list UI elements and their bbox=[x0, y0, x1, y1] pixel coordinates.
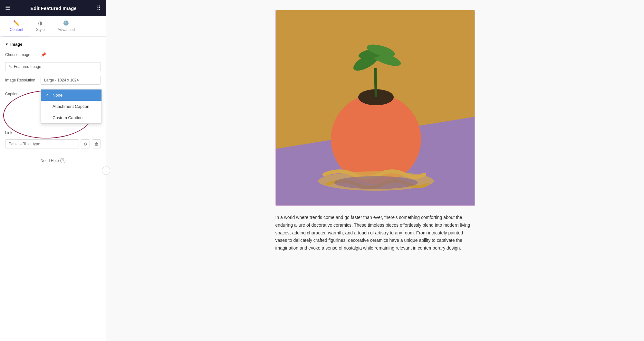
url-settings-button[interactable]: ⚙ bbox=[81, 139, 90, 148]
content-tab-icon: ✏️ bbox=[13, 20, 20, 26]
content-tab-label: Content bbox=[10, 27, 23, 32]
article-text: In a world where trends come and go fast… bbox=[275, 214, 475, 252]
caption-custom-label: Custom Caption bbox=[53, 115, 82, 120]
collapse-arrow-icon: ‹ bbox=[105, 169, 107, 173]
section-title: Image bbox=[10, 42, 23, 47]
image-resolution-control: Large - 1024 x 1024 bbox=[41, 76, 101, 85]
choose-image-row: Choose Image 📌 bbox=[5, 52, 101, 58]
caption-row: Caption None ▾ ✓ None Attachment Caption bbox=[5, 89, 101, 98]
image-resolution-label: Image Resolution bbox=[5, 78, 41, 82]
choose-image-pin: 📌 bbox=[41, 52, 101, 58]
featured-image-container bbox=[275, 10, 475, 206]
url-clear-button[interactable]: 🗑 bbox=[92, 139, 101, 148]
tab-style[interactable]: ◑ Style bbox=[30, 16, 51, 36]
article-paragraph: In a world where trends come and go fast… bbox=[275, 214, 475, 252]
need-help-label: Need Help bbox=[41, 158, 59, 163]
svg-line-4 bbox=[375, 68, 376, 97]
panel-header-title: Edit Featured Image bbox=[30, 5, 76, 11]
url-input[interactable] bbox=[5, 139, 79, 148]
image-input[interactable]: ✎ Featured Image bbox=[5, 62, 101, 71]
image-section-header: ▼ Image bbox=[5, 42, 101, 47]
choose-image-label: Choose Image bbox=[5, 52, 41, 57]
panel-body: ▼ Image Choose Image 📌 ✎ Featured Image … bbox=[0, 37, 106, 341]
wand-icon: ✎ bbox=[9, 64, 12, 69]
image-input-value: Featured Image bbox=[14, 64, 41, 69]
image-input-row: ✎ Featured Image bbox=[5, 62, 101, 71]
image-resolution-row: Image Resolution Large - 1024 x 1024 bbox=[5, 76, 101, 85]
panel-tabs: ✏️ Content ◑ Style ⚙️ Advanced bbox=[0, 16, 106, 37]
hamburger-icon[interactable]: ☰ bbox=[5, 5, 10, 12]
caption-option-none[interactable]: ✓ None bbox=[41, 90, 101, 101]
panel-header: ☰ Edit Featured Image ⠿ bbox=[0, 0, 106, 16]
caption-option-attachment[interactable]: Attachment Caption bbox=[41, 101, 101, 112]
collapse-handle[interactable]: ‹ bbox=[102, 166, 110, 175]
settings-icon: ⚙ bbox=[83, 142, 87, 147]
link-row: Link bbox=[5, 130, 101, 135]
right-content: In a world where trends come and go fast… bbox=[106, 0, 644, 341]
tab-advanced[interactable]: ⚙️ Advanced bbox=[51, 16, 81, 36]
link-label: Link bbox=[5, 130, 41, 135]
help-icon[interactable]: ? bbox=[60, 158, 65, 163]
grid-icon[interactable]: ⠿ bbox=[97, 5, 101, 12]
style-tab-label: Style bbox=[36, 27, 45, 32]
advanced-tab-icon: ⚙️ bbox=[63, 20, 69, 26]
featured-image-svg bbox=[276, 10, 475, 206]
need-help-section: Need Help ? bbox=[5, 158, 101, 163]
image-resolution-select[interactable]: Large - 1024 x 1024 bbox=[41, 76, 101, 85]
caption-dropdown-menu: ✓ None Attachment Caption Custom Caption bbox=[41, 89, 102, 124]
advanced-tab-label: Advanced bbox=[58, 27, 75, 32]
checkmark-icon: ✓ bbox=[45, 93, 50, 98]
section-arrow-icon: ▼ bbox=[5, 43, 8, 46]
caption-option-custom[interactable]: Custom Caption bbox=[41, 112, 101, 123]
style-tab-icon: ◑ bbox=[38, 20, 43, 26]
tab-content[interactable]: ✏️ Content bbox=[3, 16, 30, 36]
caption-dropdown-wrapper: None ▾ ✓ None Attachment Caption C bbox=[41, 89, 101, 98]
url-input-row: ⚙ 🗑 bbox=[5, 139, 101, 148]
trash-icon: 🗑 bbox=[94, 142, 99, 147]
caption-attachment-label: Attachment Caption bbox=[53, 104, 89, 109]
svg-point-10 bbox=[334, 176, 418, 189]
caption-none-label: None bbox=[53, 93, 62, 98]
caption-label: Caption bbox=[5, 89, 41, 96]
left-panel: ☰ Edit Featured Image ⠿ ✏️ Content ◑ Sty… bbox=[0, 0, 106, 341]
help-question-mark: ? bbox=[62, 159, 64, 163]
pin-icon[interactable]: 📌 bbox=[41, 52, 46, 57]
